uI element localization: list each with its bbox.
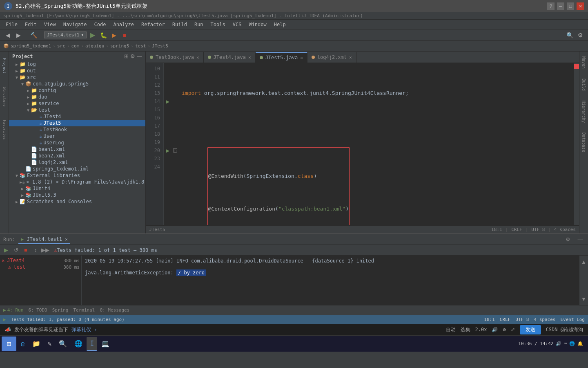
- search-everywhere-btn[interactable]: 🔍: [565, 31, 574, 40]
- breadcrumb-atguigu[interactable]: atguigu: [85, 43, 104, 49]
- tree-item-jtest5[interactable]: ☕ JTest5: [9, 120, 145, 126]
- status-event-log[interactable]: Event Log: [560, 317, 585, 322]
- breadcrumb-com[interactable]: com: [71, 43, 79, 49]
- taskbar-start-button[interactable]: ⊞: [2, 337, 16, 351]
- taskbar-app-ide[interactable]: I: [87, 337, 97, 351]
- sidebar-settings-btn[interactable]: ⚙: [130, 53, 135, 59]
- code-editor[interactable]: 10 11 12 13 14 15 16 17 18 19 20 23 24: [146, 63, 579, 225]
- tree-item-dao[interactable]: ▶ 📁 dao: [9, 94, 145, 100]
- minimize-button[interactable]: ─: [557, 2, 564, 10]
- tree-item-config[interactable]: ▶ 📁 config: [9, 87, 145, 94]
- tab-close-jtest4[interactable]: ✕: [248, 55, 251, 60]
- tab-testbook[interactable]: TestBook.java ✕: [146, 52, 204, 63]
- tab-jtest5[interactable]: JTest5.java ✕: [256, 52, 307, 63]
- run-panel-minimize-btn[interactable]: —: [576, 235, 585, 244]
- menu-view[interactable]: View: [41, 21, 59, 28]
- code-content[interactable]: import org.springframework.test.context.…: [178, 63, 573, 225]
- tree-item-junit4[interactable]: ▶ 📚 JUnit4: [9, 185, 145, 192]
- settings-icon[interactable]: ⚙: [503, 327, 506, 332]
- tree-item-scratches[interactable]: ▶ 📝 Scratches and Consoles: [9, 198, 145, 205]
- side-tab-database[interactable]: Database: [581, 128, 587, 157]
- cb-20[interactable]: □: [172, 146, 178, 155]
- stop-button[interactable]: ■: [120, 31, 129, 40]
- taskbar-volume-icon[interactable]: 🔊: [556, 341, 561, 346]
- run-with-coverage-button[interactable]: ▶: [109, 31, 118, 40]
- send-button[interactable]: 发送: [520, 325, 541, 334]
- collection-label[interactable]: 选集: [461, 326, 470, 333]
- side-tab-favorites[interactable]: Favorites: [0, 113, 9, 146]
- scroll-down-btn[interactable]: ▼: [579, 294, 588, 303]
- rerun-btn[interactable]: ▶: [2, 246, 11, 255]
- tree-item-junit53[interactable]: ▶ 📚 JUnit5.3: [9, 192, 145, 198]
- tab-close-testbook[interactable]: ✕: [196, 55, 199, 60]
- test-tree-jtest4[interactable]: ✕ JTest4 380 ms: [0, 257, 81, 264]
- menu-tools[interactable]: Tools: [207, 21, 229, 28]
- taskbar-app-search[interactable]: 🔍: [56, 337, 70, 351]
- menu-analyze[interactable]: Analyze: [110, 21, 137, 28]
- run-arrow-14[interactable]: ▶: [166, 98, 169, 105]
- toolbar-forward-btn[interactable]: ▶: [14, 31, 23, 40]
- menu-run[interactable]: Run: [191, 21, 207, 28]
- toolbar-build-btn[interactable]: 🔨: [29, 31, 38, 40]
- bottom-tab-run[interactable]: ▶ 4: Run: [3, 307, 23, 313]
- tree-item-user[interactable]: ☕ User: [9, 133, 145, 139]
- settings-btn[interactable]: ⚙: [576, 31, 585, 40]
- tree-item-userlog[interactable]: ☕ UserLog: [9, 139, 145, 146]
- taskbar-keyboard-icon[interactable]: ⌨: [564, 341, 567, 346]
- side-tab-hierarchy[interactable]: Hierarchy: [581, 96, 587, 128]
- tree-item-out[interactable]: ▶ 📁 out: [9, 67, 145, 74]
- breadcrumb-src[interactable]: src: [57, 43, 65, 49]
- menu-refactor[interactable]: Refactor: [138, 21, 168, 28]
- run-panel-settings-btn[interactable]: ⚙: [564, 235, 572, 244]
- menu-navigate[interactable]: Navigate: [60, 21, 90, 28]
- menu-code[interactable]: Code: [91, 21, 109, 28]
- run-button[interactable]: ▶: [88, 31, 97, 40]
- breadcrumb-jtest5[interactable]: JTest5: [152, 43, 168, 49]
- taskbar-app-chrome[interactable]: 🌐: [71, 337, 86, 351]
- tree-item-service[interactable]: ▶ 📁 service: [9, 100, 145, 107]
- tree-item-log[interactable]: ▶ 📁 log: [9, 61, 145, 67]
- close-button[interactable]: ✕: [577, 2, 584, 10]
- side-tab-maven[interactable]: Maven: [581, 52, 587, 74]
- tree-item-test[interactable]: ▼ 📂 test: [9, 107, 145, 113]
- bottom-tab-messages[interactable]: 0: Messages: [100, 307, 129, 313]
- sidebar-collapse-btn[interactable]: —: [137, 53, 142, 59]
- tree-item-external-libs[interactable]: ▼ 📚 External Libraries: [9, 172, 145, 179]
- menu-vcs[interactable]: VCS: [229, 21, 245, 28]
- bottom-tab-terminal[interactable]: Terminal: [73, 307, 95, 313]
- expand-btn[interactable]: ▶▶: [41, 246, 50, 255]
- tree-item-iml[interactable]: 📄 spring5_txdemo1.iml: [9, 166, 145, 172]
- breadcrumb-test[interactable]: test: [135, 43, 146, 49]
- tree-item-src[interactable]: ▼ 📂 src: [9, 74, 145, 81]
- volume-icon[interactable]: 🔊: [492, 327, 498, 332]
- toolbar-back-btn[interactable]: ◀: [3, 31, 12, 40]
- tree-item-jdk[interactable]: ▶ ☕ < 1.8 (2) > D:\Program Files\Java\jd…: [9, 179, 145, 185]
- taskbar-notify-icon[interactable]: 🔔: [577, 341, 583, 346]
- tab-log4j2[interactable]: log4j2.xml ✕: [307, 52, 356, 63]
- run-config-selector[interactable]: JTest4.test1 ▾: [44, 31, 87, 38]
- side-tab-build[interactable]: Build: [581, 74, 587, 96]
- side-tab-project[interactable]: Project: [0, 52, 9, 80]
- gutter-line-14[interactable]: ▶: [164, 97, 172, 105]
- taskbar-network-icon[interactable]: 🌐: [569, 341, 575, 346]
- menu-edit[interactable]: Edit: [22, 21, 40, 28]
- tab-close-jtest5[interactable]: ✕: [300, 55, 303, 61]
- tree-item-jtest4[interactable]: ☕ JTest4: [9, 113, 145, 120]
- tree-item-log4j2xml[interactable]: 📄 log4j2.xml: [9, 159, 145, 166]
- tree-item-bean1xml[interactable]: 📄 bean1.xml: [9, 146, 145, 153]
- taskbar-app-notepad[interactable]: ✎: [45, 337, 55, 351]
- menu-build[interactable]: Build: [169, 21, 190, 28]
- menu-window[interactable]: Window: [245, 21, 270, 28]
- checkbox-20[interactable]: □: [173, 148, 177, 153]
- tree-item-bean2xml[interactable]: 📄 bean2.xml: [9, 153, 145, 159]
- tab-jtest4[interactable]: JTest4.java ✕: [204, 52, 256, 63]
- rerun-failed-btn[interactable]: ↺: [11, 246, 20, 255]
- menu-file[interactable]: File: [2, 21, 21, 28]
- breadcrumb-project[interactable]: spring5_txdemo1: [11, 43, 51, 49]
- speed-label[interactable]: 2.0x: [475, 327, 487, 332]
- taskbar-app-browser[interactable]: e: [17, 337, 28, 351]
- stop-run-btn[interactable]: ■: [21, 246, 30, 255]
- side-tab-structure[interactable]: Structure: [0, 80, 9, 113]
- test-tree-test[interactable]: ⚠ test 380 ms: [0, 264, 81, 270]
- taskbar-app-explorer[interactable]: 📁: [29, 337, 44, 351]
